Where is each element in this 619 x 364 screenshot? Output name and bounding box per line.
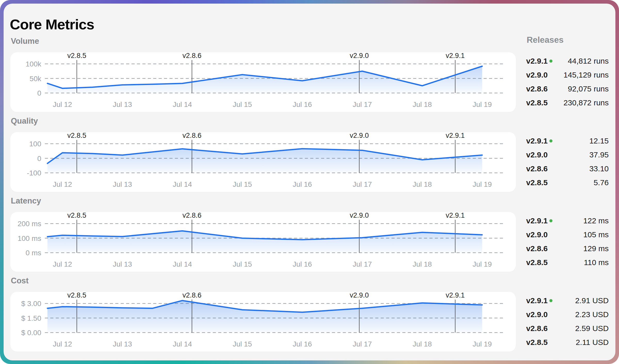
metric-label-cost: Cost: [11, 276, 29, 285]
svg-text:$ 3.00: $ 3.00: [21, 300, 41, 308]
svg-text:v2.8.6: v2.8.6: [182, 132, 201, 139]
release-value: 92,075 runs: [568, 84, 609, 93]
release-value: 110 ms: [584, 258, 609, 267]
metric-label-latency: Latency: [11, 196, 41, 206]
svg-text:v2.9.1: v2.9.1: [446, 52, 465, 60]
svg-text:Jul 18: Jul 18: [413, 100, 432, 108]
release-value: 2.91 USD: [575, 296, 609, 305]
latency-area-chart: 200 ms100 ms0 msv2.8.5v2.8.6v2.9.0v2.9.1…: [10, 212, 516, 272]
svg-text:v2.9.0: v2.9.0: [350, 212, 369, 219]
release-version: v2.8.5: [526, 338, 548, 347]
gradient-border-frame: Core Metrics Volume 100k50k0v2.8.5v2.8.6…: [0, 0, 619, 364]
metric-label-quality: Quality: [11, 116, 38, 126]
svg-text:200 ms: 200 ms: [18, 220, 41, 228]
svg-text:Jul 16: Jul 16: [293, 100, 312, 108]
release-version: v2.8.6: [526, 244, 548, 253]
svg-text:Jul 17: Jul 17: [353, 340, 372, 348]
svg-text:50k: 50k: [30, 75, 42, 83]
release-row: v2.8.5 2.11 USD: [524, 335, 609, 349]
svg-text:Jul 14: Jul 14: [173, 100, 192, 108]
release-value: 230,872 runs: [564, 98, 609, 107]
release-value: 33.10: [589, 164, 609, 173]
svg-text:-100: -100: [27, 169, 41, 177]
svg-text:Jul 15: Jul 15: [233, 260, 252, 268]
release-value: 122 ms: [583, 216, 609, 225]
active-release-dot: [549, 139, 552, 142]
svg-text:v2.8.6: v2.8.6: [182, 212, 201, 219]
chart-card-cost: $ 3.00$ 1.50$ 0.00v2.8.5v2.8.6v2.9.0v2.9…: [10, 292, 516, 352]
svg-text:v2.8.5: v2.8.5: [67, 292, 86, 299]
release-row: v2.9.0 2.23 USD: [524, 308, 609, 321]
chart-card-latency: 200 ms100 ms0 msv2.8.5v2.8.6v2.9.0v2.9.1…: [10, 212, 516, 272]
release-row: v2.9.1 2.91 USD: [524, 294, 609, 308]
svg-text:v2.9.0: v2.9.0: [350, 132, 369, 139]
svg-text:100: 100: [29, 140, 41, 148]
release-version: v2.9.0: [526, 150, 548, 159]
quality-area-chart: 1000-100v2.8.5v2.8.6v2.9.0v2.9.1Jul 12Ju…: [10, 132, 516, 192]
svg-text:v2.9.1: v2.9.1: [446, 132, 465, 139]
svg-text:v2.8.6: v2.8.6: [182, 292, 201, 299]
svg-text:v2.9.1: v2.9.1: [446, 212, 465, 219]
svg-text:Jul 12: Jul 12: [53, 260, 72, 268]
releases-group-quality: v2.9.1 12.15 v2.9.0 37.95 v2.8.6 33.10 v…: [524, 134, 609, 190]
releases-heading: Releases: [527, 35, 564, 45]
release-row: v2.8.5 5.76: [524, 176, 609, 190]
svg-text:Jul 17: Jul 17: [353, 260, 372, 268]
release-version: v2.8.6: [526, 164, 548, 173]
svg-text:v2.8.5: v2.8.5: [67, 132, 86, 139]
release-value: 5.76: [594, 178, 609, 187]
release-version: v2.9.0: [526, 310, 548, 319]
release-row: v2.8.5 230,872 runs: [524, 96, 609, 110]
svg-text:Jul 18: Jul 18: [413, 340, 432, 348]
releases-group-volume: v2.9.1 44,812 runs v2.9.0 145,129 runs v…: [524, 54, 609, 110]
svg-text:Jul 12: Jul 12: [53, 340, 72, 348]
svg-text:100k: 100k: [26, 60, 42, 68]
svg-text:Jul 12: Jul 12: [53, 100, 72, 108]
metric-label-volume: Volume: [11, 37, 39, 46]
release-row: v2.9.0 37.95: [524, 148, 609, 162]
release-row: v2.9.1 12.15: [524, 134, 609, 148]
svg-text:Jul 19: Jul 19: [473, 180, 492, 188]
release-row: v2.8.5 110 ms: [524, 256, 609, 269]
svg-text:Jul 16: Jul 16: [293, 260, 312, 268]
svg-text:$ 1.50: $ 1.50: [21, 314, 41, 322]
svg-text:Jul 17: Jul 17: [353, 180, 372, 188]
release-version: v2.9.1: [526, 137, 548, 145]
release-value: 145,129 runs: [564, 71, 609, 79]
release-version: v2.8.5: [526, 98, 548, 107]
active-release-dot: [549, 60, 552, 63]
releases-group-cost: v2.9.1 2.91 USD v2.9.0 2.23 USD v2.8.6 2…: [524, 294, 609, 349]
release-version: v2.8.5: [526, 258, 548, 267]
svg-text:Jul 18: Jul 18: [413, 180, 432, 188]
release-version: v2.9.1: [526, 296, 548, 305]
svg-text:0 ms: 0 ms: [26, 249, 41, 257]
svg-text:Jul 15: Jul 15: [233, 340, 252, 348]
svg-text:Jul 15: Jul 15: [233, 100, 252, 108]
release-value: 2.11 USD: [576, 338, 609, 347]
svg-text:0: 0: [37, 89, 41, 97]
release-version: v2.9.0: [526, 71, 548, 79]
release-row: v2.8.6 92,075 runs: [524, 82, 609, 96]
release-row: v2.9.0 105 ms: [524, 228, 609, 242]
svg-text:v2.9.1: v2.9.1: [446, 292, 465, 299]
svg-text:Jul 13: Jul 13: [113, 340, 132, 348]
release-version: v2.8.6: [526, 84, 548, 93]
svg-text:v2.9.0: v2.9.0: [350, 292, 369, 299]
svg-text:100 ms: 100 ms: [18, 234, 41, 242]
svg-text:Jul 16: Jul 16: [293, 180, 312, 188]
volume-area-chart: 100k50k0v2.8.5v2.8.6v2.9.0v2.9.1Jul 12Ju…: [10, 52, 516, 112]
chart-card-volume: 100k50k0v2.8.5v2.8.6v2.9.0v2.9.1Jul 12Ju…: [10, 52, 516, 112]
release-row: v2.9.1 122 ms: [524, 214, 609, 228]
svg-text:Jul 14: Jul 14: [173, 180, 192, 188]
svg-text:Jul 12: Jul 12: [53, 180, 72, 188]
release-value: 129 ms: [583, 244, 609, 253]
svg-text:Jul 19: Jul 19: [473, 340, 492, 348]
release-value: 12.15: [589, 137, 609, 145]
svg-text:Jul 13: Jul 13: [113, 100, 132, 108]
page-title: Core Metrics: [10, 16, 94, 33]
svg-text:Jul 19: Jul 19: [473, 100, 492, 108]
svg-text:Jul 16: Jul 16: [293, 340, 312, 348]
release-value: 2.23 USD: [575, 310, 609, 319]
svg-text:v2.8.6: v2.8.6: [182, 52, 201, 60]
svg-text:0: 0: [37, 155, 41, 163]
